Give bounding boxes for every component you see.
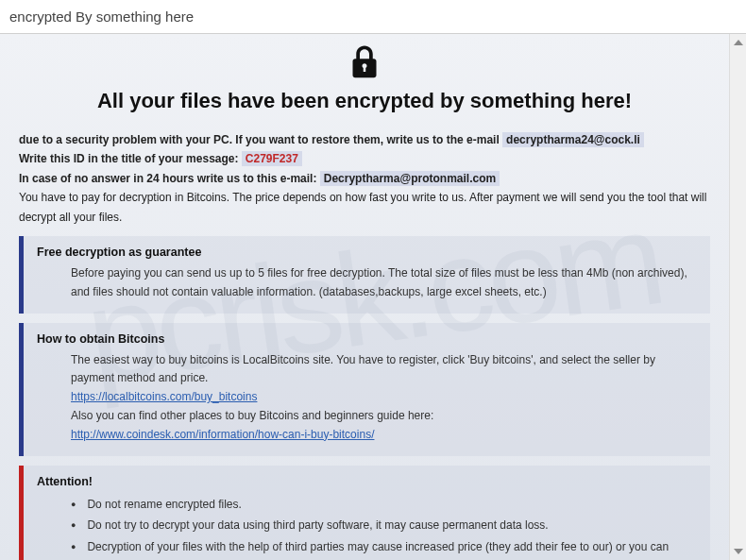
window-titlebar: encrypted By something here <box>0 0 746 34</box>
victim-id: C279F237 <box>242 151 302 166</box>
attention-bullets: Do not rename encrypted files. Do not tr… <box>37 494 697 560</box>
box-btc-body: The easiest way to buy bitcoins is Local… <box>37 351 697 445</box>
box-free-title: Free decryption as guarantee <box>37 246 697 259</box>
attention-bullet: Decryption of your files with the help o… <box>71 536 697 560</box>
scroll-down-icon[interactable] <box>730 543 746 560</box>
btc-link-localbitcoins[interactable]: https://localbitcoins.com/buy_bitcoins <box>71 390 257 403</box>
main-content: pcrisk.com All your files have been encr… <box>0 34 729 560</box>
intro-line-4: You have to pay for decryption in Bitcoi… <box>19 188 710 227</box>
box-btc-line1: The easiest way to buy bitcoins is Local… <box>71 351 697 389</box>
box-attention: Attention! Do not rename encrypted files… <box>19 466 710 560</box>
intro-line-1: due to a security problem with your PC. … <box>19 130 710 149</box>
attention-bullet: Do not try to decrypt your data using th… <box>71 515 697 536</box>
scroll-up-icon[interactable] <box>730 34 746 51</box>
attention-bullet: Do not rename encrypted files. <box>71 494 697 516</box>
intro-line-2: Write this ID in the title of your messa… <box>19 149 710 168</box>
contact-email-1: decryptharma24@cock.li <box>502 132 644 147</box>
intro-block: due to a security problem with your PC. … <box>19 130 710 227</box>
box-obtain-bitcoins: How to obtain Bitcoins The easiest way t… <box>19 323 710 456</box>
intro-line-3: In case of no answer in 24 hours write u… <box>19 169 710 188</box>
content-wrapper: pcrisk.com All your files have been encr… <box>0 34 746 560</box>
btc-link-coindesk[interactable]: http://www.coindesk.com/information/how-… <box>71 428 374 441</box>
contact-email-2: Decryptharma@protonmail.com <box>320 171 500 186</box>
page-headline: All your files have been encrypted by so… <box>19 89 710 113</box>
box-btc-line2: Also you can find other places to buy Bi… <box>71 407 697 426</box>
box-free-body: Before paying you can send us up to 5 fi… <box>37 264 697 302</box>
lock-icon <box>350 66 379 82</box>
lock-wrap <box>19 45 710 83</box>
box-btc-title: How to obtain Bitcoins <box>37 332 697 346</box>
window-title: encrypted By something here <box>9 8 194 25</box>
box-attention-title: Attention! <box>37 475 697 488</box>
vertical-scrollbar[interactable] <box>729 34 746 560</box>
box-free-decryption: Free decryption as guarantee Before payi… <box>19 236 710 314</box>
